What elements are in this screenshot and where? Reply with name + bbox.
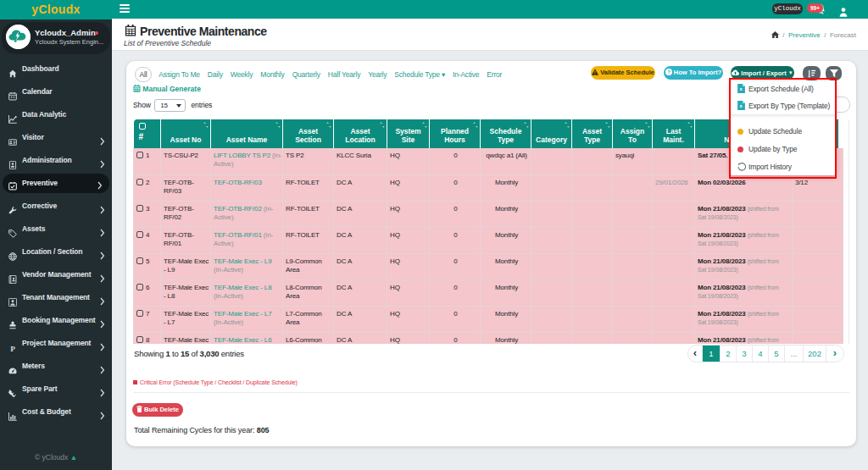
svg-text:P: P <box>10 344 15 351</box>
svg-text:?: ? <box>667 69 670 75</box>
